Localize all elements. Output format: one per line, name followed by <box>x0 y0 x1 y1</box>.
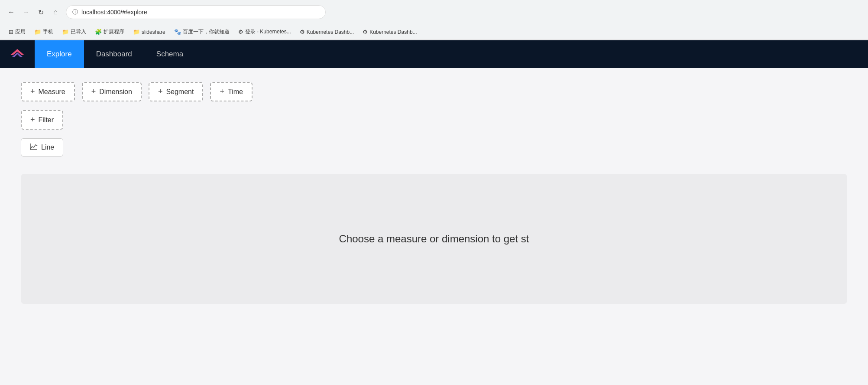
bookmark-label: 扩展程序 <box>104 28 124 36</box>
bookmark-label: Kubernetes Dashb... <box>307 29 354 35</box>
grid-icon: ⊞ <box>9 29 13 35</box>
bookmark-item[interactable]: ⚙登录 - Kubernetes... <box>235 27 295 37</box>
folder-icon: 📁 <box>34 29 41 35</box>
reload-button[interactable]: ↻ <box>35 6 47 18</box>
filter-button[interactable]: + Filter <box>21 110 63 130</box>
back-button[interactable]: ← <box>5 6 17 18</box>
bookmark-label: Kubernetes Dashb... <box>369 29 417 35</box>
browser-toolbar: ← → ↻ ⌂ ⓘ localhost:4000/#/explore <box>0 0 868 24</box>
plus-icon: + <box>91 87 96 96</box>
bookmark-item[interactable]: 🧩扩展程序 <box>91 27 128 37</box>
empty-state: Choose a measure or dimension to get st <box>21 174 847 304</box>
nav-buttons: ← → ↻ ⌂ <box>5 6 62 18</box>
browser-chrome: ← → ↻ ⌂ ⓘ localhost:4000/#/explore ⊞应用📁手… <box>0 0 868 40</box>
url-text: localhost:4000/#/explore <box>81 9 147 16</box>
home-button[interactable]: ⌂ <box>49 6 62 18</box>
filter-label: Filter <box>39 116 54 124</box>
bookmark-label: 登录 - Kubernetes... <box>245 28 291 36</box>
toolbar-row-1: + Measure + Dimension + Segment + Time <box>21 82 847 101</box>
bookmark-label: 已导入 <box>71 28 86 36</box>
line-chart-icon <box>30 143 38 152</box>
line-chart-button[interactable]: Line <box>21 138 63 157</box>
bookmark-label: 手机 <box>43 28 53 36</box>
logo-svg <box>9 46 26 63</box>
dimension-button[interactable]: + Dimension <box>82 82 142 101</box>
tab-explore[interactable]: Explore <box>35 40 84 68</box>
bookmark-label: 应用 <box>15 28 26 36</box>
app-header: Explore Dashboard Schema <box>0 40 868 68</box>
line-chart-svg <box>30 143 38 150</box>
bookmarks-bar: ⊞应用📁手机📁已导入🧩扩展程序📁slideshare🐾百度一下，你就知道⚙登录 … <box>0 24 868 40</box>
address-info-icon: ⓘ <box>72 8 78 16</box>
dimension-label: Dimension <box>99 88 132 96</box>
line-label: Line <box>41 144 54 151</box>
cog-icon: ⚙ <box>238 29 243 35</box>
bookmark-label: 百度一下，你就知道 <box>183 28 230 36</box>
tab-schema[interactable]: Schema <box>144 40 195 68</box>
app-logo <box>0 40 35 68</box>
main-content: + Measure + Dimension + Segment + Time +… <box>0 68 868 346</box>
bookmark-item[interactable]: 📁已导入 <box>58 27 90 37</box>
tab-dashboard[interactable]: Dashboard <box>84 40 144 68</box>
empty-state-text: Choose a measure or dimension to get st <box>339 233 529 245</box>
toolbar-row-2: + Filter <box>21 110 847 130</box>
nav-tabs: Explore Dashboard Schema <box>35 40 195 68</box>
segment-button[interactable]: + Segment <box>149 82 204 101</box>
bookmark-label: slideshare <box>142 29 165 35</box>
bookmark-item[interactable]: ⚙Kubernetes Dashb... <box>296 27 357 36</box>
forward-button[interactable]: → <box>20 6 32 18</box>
plus-icon: + <box>220 87 224 96</box>
bookmark-item[interactable]: ⚙Kubernetes Dashb... <box>359 27 420 36</box>
measure-button[interactable]: + Measure <box>21 82 75 101</box>
folder-icon: 📁 <box>133 29 140 35</box>
plus-icon: + <box>158 87 163 96</box>
folder-icon: 📁 <box>62 29 69 35</box>
toolbar-row-3: Line <box>21 138 847 157</box>
paw-icon: 🐾 <box>174 29 181 35</box>
bookmark-item[interactable]: 🐾百度一下，你就知道 <box>171 27 233 37</box>
plus-icon: + <box>30 115 35 124</box>
puzzle-icon: 🧩 <box>95 29 102 35</box>
cog-icon: ⚙ <box>300 29 305 35</box>
address-bar[interactable]: ⓘ localhost:4000/#/explore <box>66 5 326 19</box>
measure-label: Measure <box>39 88 65 96</box>
bookmark-item[interactable]: 📁slideshare <box>130 27 169 36</box>
bookmark-item[interactable]: 📁手机 <box>31 27 57 37</box>
bookmark-item[interactable]: ⊞应用 <box>5 27 29 37</box>
time-label: Time <box>228 88 243 96</box>
cog-icon: ⚙ <box>363 29 368 35</box>
segment-label: Segment <box>166 88 194 96</box>
time-button[interactable]: + Time <box>210 82 252 101</box>
plus-icon: + <box>30 87 35 96</box>
